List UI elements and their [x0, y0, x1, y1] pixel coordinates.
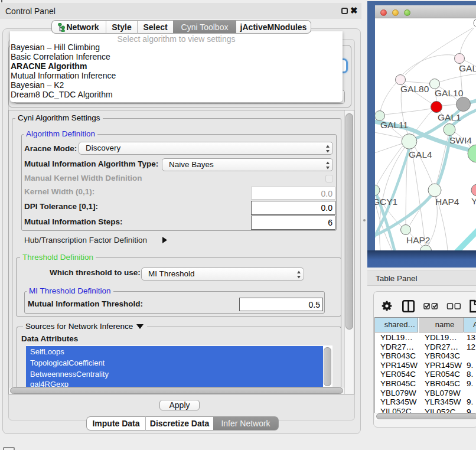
svg-text:SWI4: SWI4 — [449, 135, 472, 145]
svg-text:GAL2: GAL2 — [459, 63, 476, 73]
svg-text:GAL1: GAL1 — [438, 112, 461, 122]
svg-text:GAL11: GAL11 — [380, 120, 408, 130]
svg-text:GAL10: GAL10 — [435, 88, 464, 98]
svg-text:HAP4: HAP4 — [435, 197, 459, 207]
svg-text:GAL4: GAL4 — [409, 149, 432, 159]
svg-text:Y: Y — [471, 196, 476, 206]
svg-text:HAP2: HAP2 — [406, 235, 431, 245]
svg-text:GAL80: GAL80 — [400, 84, 429, 94]
svg-text:GCY1: GCY1 — [375, 197, 397, 207]
